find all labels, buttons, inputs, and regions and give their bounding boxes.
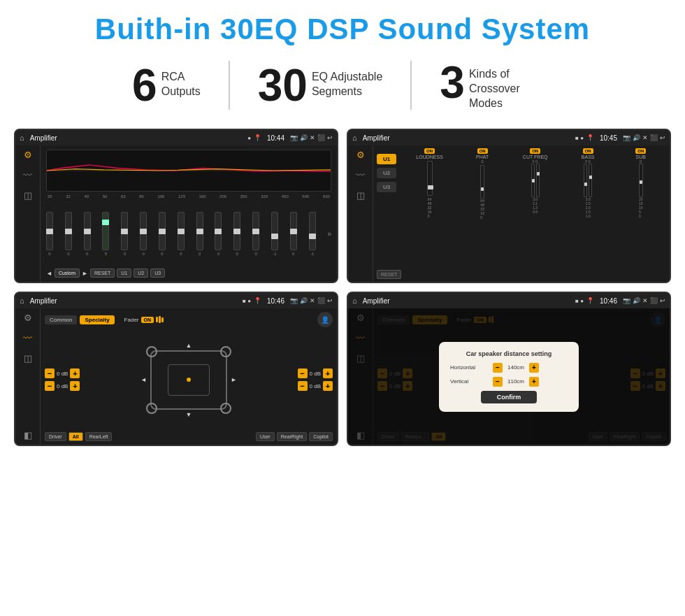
left-controls: − 0 dB + − 0 dB + (45, 329, 80, 430)
crossover-sidebar-vol-icon[interactable]: ◫ (24, 353, 32, 364)
dsp-sidebar-vol-icon[interactable]: ◫ (356, 190, 365, 201)
channel-u2[interactable]: U2 (377, 168, 396, 178)
eq-slider-13[interactable]: 0 (290, 212, 297, 256)
btn-rearright[interactable]: RearRight (277, 432, 308, 441)
eq-slider-14[interactable]: -1 (309, 212, 316, 256)
sidebar-wave-icon[interactable]: 〰 (23, 170, 32, 180)
eq-sliders: 0 0 0 5 0 0 0 0 0 0 0 0 -1 0 -1 » (46, 201, 331, 266)
crossover-sidebar-wave-icon[interactable]: 〰 (23, 333, 32, 343)
speaker-tr[interactable] (220, 346, 231, 357)
tab-specialty[interactable]: Specialty (80, 315, 114, 324)
dialog-vertical-minus[interactable]: − (493, 377, 503, 387)
preset-reset[interactable]: RESET (90, 268, 115, 278)
right-controls: − 0 dB + − 0 dB + (298, 329, 333, 430)
eq-slider-1[interactable]: 0 (65, 212, 72, 256)
eq-slider-12[interactable]: -1 (271, 212, 278, 256)
dialog-vertical-plus[interactable]: + (529, 377, 539, 387)
phat-slider[interactable] (480, 165, 484, 199)
cutfreq-g-slider[interactable] (536, 164, 540, 197)
speaker-bl[interactable] (146, 403, 157, 414)
btn-all[interactable]: All (68, 432, 83, 441)
arrow-up: ▲ (186, 342, 192, 349)
loudness-slider[interactable] (427, 161, 433, 196)
ctrl-bl-minus[interactable]: − (45, 381, 55, 391)
back-icon[interactable]: ↩ (327, 134, 333, 141)
eq-slider-9[interactable]: 0 (215, 212, 222, 256)
sidebar-vol-icon[interactable]: ◫ (24, 190, 32, 201)
sub-slider[interactable] (639, 164, 643, 197)
ctrl-tr-plus[interactable]: + (323, 368, 333, 378)
crossover-sidebar: ⚙ 〰 ◫ ◧ (15, 308, 41, 445)
ctrl-row-tl: − 0 dB + (45, 368, 80, 378)
fader-on-badge[interactable]: ON (141, 317, 154, 323)
stat-rca-label: RCAOutputs (161, 70, 201, 99)
dialog-horizontal-minus[interactable]: − (493, 363, 503, 373)
bass-on-badge[interactable]: ON (583, 148, 593, 154)
module-sub: ON SUB G 20151050 (615, 148, 666, 279)
dsp-sidebar-wave-icon[interactable]: 〰 (356, 170, 365, 180)
crossover-sidebar-eq-icon[interactable]: ⚙ (24, 313, 32, 323)
dialog-horizontal-plus[interactable]: + (529, 363, 539, 373)
eq-slider-6[interactable]: 0 (159, 212, 166, 256)
dsp-time: 10:45 (600, 134, 617, 142)
more-arrow[interactable]: » (327, 230, 331, 238)
sub-on-badge[interactable]: ON (635, 148, 646, 154)
eq-slider-10[interactable]: 0 (233, 212, 240, 256)
loudness-on-badge[interactable]: ON (424, 148, 435, 154)
dsp-reset-btn[interactable]: RESET (377, 270, 401, 279)
prev-arrow[interactable]: ◄ (46, 270, 52, 277)
eq-slider-0[interactable]: 0 (46, 212, 53, 256)
crossover-sidebar-extra-icon[interactable]: ◧ (24, 430, 32, 440)
ctrl-tr-minus[interactable]: − (298, 368, 308, 378)
preset-u1[interactable]: U1 (117, 268, 131, 278)
dialog-back-icon[interactable]: ↩ (660, 297, 665, 304)
eq-graph-area (46, 150, 331, 192)
speaker-br[interactable] (220, 403, 231, 414)
eq-slider-7[interactable]: 0 (178, 212, 185, 256)
bass-g-slider[interactable] (589, 164, 592, 197)
ctrl-br-minus[interactable]: − (298, 381, 308, 391)
btn-copilot[interactable]: Copilot (309, 432, 333, 441)
cutfreq-on-badge[interactable]: ON (530, 148, 540, 154)
bass-f-slider[interactable] (584, 164, 587, 197)
channel-u3[interactable]: U3 (377, 182, 396, 192)
btn-driver[interactable]: Driver (45, 432, 66, 441)
ctrl-bl-plus[interactable]: + (70, 381, 80, 391)
eq-slider-8[interactable]: 0 (196, 212, 203, 256)
dsp-window-icon: ⬛ (650, 134, 658, 141)
dialog-home-icon[interactable]: ⌂ (352, 296, 357, 305)
next-arrow[interactable]: ► (82, 270, 88, 277)
dsp-back-icon[interactable]: ↩ (660, 134, 665, 141)
confirm-button[interactable]: Confirm (481, 391, 537, 403)
ctrl-tl-plus[interactable]: + (70, 368, 80, 378)
crossover-home-icon[interactable]: ⌂ (20, 296, 24, 305)
spacer (114, 432, 253, 441)
ctrl-tl-minus[interactable]: − (45, 368, 55, 378)
eq-slider-3[interactable]: 5 (102, 212, 109, 256)
btn-user[interactable]: User (256, 432, 275, 441)
dialog-horizontal-row: Horizontal − 140cm + (450, 363, 568, 373)
eq-slider-11[interactable]: 0 (252, 212, 259, 256)
settings-icon-btn[interactable]: 👤 (317, 312, 333, 327)
preset-u3[interactable]: U3 (150, 268, 165, 278)
freq-63: 63 (121, 194, 126, 199)
dialog-horizontal-value: 140cm (505, 364, 527, 371)
btn-rearleft[interactable]: RearLeft (85, 432, 113, 441)
channel-u1[interactable]: U1 (377, 154, 396, 164)
dsp-home-icon[interactable]: ⌂ (352, 134, 357, 142)
dialog-vertical-ctrl: − 110cm + (493, 377, 539, 387)
sidebar-eq-icon[interactable]: ⚙ (24, 150, 32, 160)
eq-slider-5[interactable]: 0 (140, 212, 147, 256)
speaker-tl[interactable] (146, 346, 157, 357)
eq-slider-2[interactable]: 0 (84, 212, 91, 256)
crossover-back-icon[interactable]: ↩ (327, 297, 333, 304)
preset-u2[interactable]: U2 (134, 268, 148, 278)
dsp-sidebar-eq-icon[interactable]: ⚙ (356, 150, 365, 160)
preset-custom[interactable]: Custom (55, 268, 80, 278)
cutfreq-f-slider[interactable] (531, 164, 535, 197)
phat-on-badge[interactable]: ON (477, 148, 488, 154)
home-icon[interactable]: ⌂ (20, 134, 24, 142)
eq-slider-4[interactable]: 0 (121, 212, 128, 256)
tab-common[interactable]: Common (45, 315, 77, 324)
ctrl-br-plus[interactable]: + (323, 381, 333, 391)
